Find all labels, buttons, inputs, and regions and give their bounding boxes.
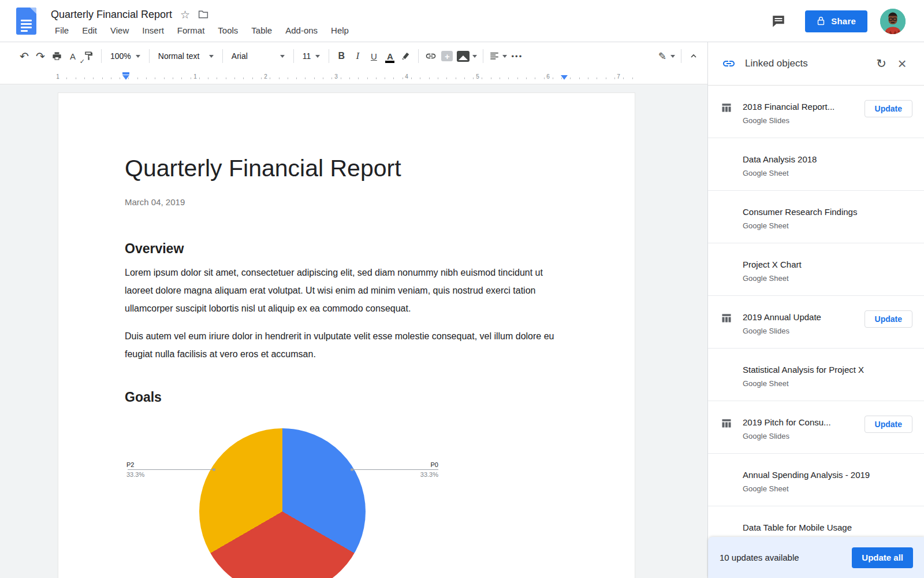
chevron-down-icon [280, 55, 285, 58]
account-avatar[interactable] [880, 9, 906, 34]
pie-callout-line-left [128, 469, 215, 470]
linked-object-title: 2019 Annual Update [743, 312, 821, 323]
updates-available-status: 10 updates available [720, 553, 852, 562]
doc-heading-title[interactable]: Quarterly Financial Report [125, 153, 568, 183]
linked-object-row[interactable]: Data Analysis 2018 Google Sheet [708, 138, 924, 191]
menu-item[interactable]: View [106, 24, 133, 36]
menu-bar: File Edit View Insert Format Tools Table… [51, 24, 353, 36]
first-line-indent-marker[interactable] [122, 72, 129, 75]
insert-link-button[interactable] [423, 48, 439, 64]
ruler-number: 4 [405, 73, 408, 80]
linked-object-type: Google Sheet [743, 221, 789, 231]
linked-object-title: Data Analysis 2018 [743, 154, 817, 165]
redo-button[interactable]: ↷ [32, 48, 49, 64]
refresh-icon[interactable]: ↻ [871, 53, 892, 74]
sheet-pie-icon [721, 523, 732, 534]
google-docs-logo-icon[interactable] [16, 8, 36, 35]
menu-item[interactable]: Edit [78, 24, 101, 36]
linked-objects-list: 2018 Financial Report... Google Slides U… [708, 86, 924, 559]
print-button[interactable] [49, 48, 65, 64]
ruler-number: 2 [264, 73, 267, 80]
align-button[interactable] [487, 48, 509, 64]
link-icon [722, 57, 736, 71]
current-color-swatch [385, 61, 394, 63]
bold-button[interactable]: B [333, 48, 349, 64]
doc-heading-overview[interactable]: Overview [125, 240, 568, 257]
share-button[interactable]: Share [805, 10, 867, 32]
text-color-button[interactable]: A [382, 48, 398, 64]
highlight-color-button[interactable] [398, 48, 414, 64]
zoom-value: 100% [110, 51, 131, 61]
font-select[interactable]: Arial [227, 48, 289, 64]
update-button[interactable]: Update [865, 416, 912, 433]
linked-object-row[interactable]: Consumer Research Findings Google Sheet [708, 191, 924, 243]
menu-item[interactable]: Add-ons [281, 24, 322, 36]
linked-object-type: Google Slides [743, 116, 789, 125]
font-size-select[interactable]: 11 [298, 48, 325, 64]
top-bar: Quarterly Financial Report ☆ File Edit V… [0, 0, 924, 42]
zoom-select[interactable]: 100% [106, 48, 145, 64]
undo-button[interactable]: ↶ [16, 48, 32, 64]
linked-object-row[interactable]: Annual Spending Analysis - 2019 Google S… [708, 454, 924, 506]
star-icon[interactable]: ☆ [180, 9, 190, 20]
left-indent-marker[interactable] [122, 75, 129, 80]
move-folder-icon[interactable] [198, 10, 208, 19]
pie-label-p2: P2 [126, 461, 134, 468]
menu-item[interactable]: Insert [138, 24, 168, 36]
linked-object-row[interactable]: 2018 Financial Report... Google Slides U… [708, 86, 924, 138]
chevron-down-icon [209, 55, 214, 58]
underline-button[interactable]: U [366, 48, 382, 64]
document-page[interactable]: Quarterly Financial Report March 04, 201… [58, 92, 635, 578]
sheet-pie-icon [721, 365, 732, 376]
menu-item[interactable]: Help [327, 24, 353, 36]
ruler-number: 7 [617, 73, 620, 80]
pie-chart[interactable] [199, 428, 366, 578]
horizontal-ruler[interactable]: 1 1 2 3 4 5 6 7 [0, 70, 707, 84]
add-comment-button[interactable]: + [439, 48, 455, 64]
right-indent-marker[interactable] [561, 75, 568, 80]
update-button[interactable]: Update [865, 310, 912, 328]
linked-object-row[interactable]: 2019 Pitch for Consu... Google Slides Up… [708, 401, 924, 454]
lock-icon [817, 16, 825, 26]
font-value: Arial [232, 51, 275, 61]
sheet-pie-icon [721, 154, 732, 166]
doc-paragraph[interactable]: Lorem ipsum dolor sit amet, consectetuer… [125, 264, 568, 317]
linked-object-title: Annual Spending Analysis - 2019 [743, 469, 870, 481]
open-comments-icon[interactable] [767, 10, 790, 33]
italic-button[interactable]: I [349, 48, 366, 64]
pie-callout-line-right [351, 469, 438, 470]
close-icon[interactable]: × [892, 53, 912, 74]
doc-date[interactable]: March 04, 2019 [125, 197, 568, 208]
linked-object-type: Google Sheet [743, 484, 789, 494]
panel-title: Linked objects [745, 58, 871, 69]
chevron-down-icon [472, 55, 477, 58]
menu-item[interactable]: Table [247, 24, 276, 36]
linked-object-type: Google Slides [743, 431, 789, 441]
menu-item[interactable]: File [51, 24, 73, 36]
linked-object-type: Google Slides [743, 326, 789, 336]
linked-object-row[interactable]: 2019 Annual Update Google Slides Update [708, 296, 924, 349]
spellcheck-button[interactable]: A✓ [65, 48, 81, 64]
update-all-button[interactable]: Update all [852, 547, 913, 568]
update-button[interactable]: Update [865, 100, 912, 117]
collapse-toolbar-icon[interactable] [685, 48, 702, 64]
sheet-pie-icon [721, 260, 732, 271]
linked-object-row[interactable]: Statistical Analysis for Project X Googl… [708, 349, 924, 401]
menu-item[interactable]: Tools [214, 24, 242, 36]
doc-heading-goals[interactable]: Goals [125, 389, 568, 405]
linked-object-row[interactable]: Project X Chart Google Sheet [708, 243, 924, 296]
document-title[interactable]: Quarterly Financial Report [51, 9, 172, 21]
paragraph-style-select[interactable]: Normal text [154, 48, 218, 64]
chevron-down-icon [136, 55, 140, 58]
more-toolbar-options-button[interactable]: ••• [509, 48, 525, 64]
slides-table-icon [721, 417, 732, 429]
chevron-down-icon [670, 55, 675, 58]
linked-object-type: Google Sheet [743, 379, 789, 388]
menu-item[interactable]: Format [173, 24, 209, 36]
updates-footer: 10 updates available Update all [708, 537, 924, 578]
linked-object-title: 2018 Financial Report... [743, 101, 834, 113]
doc-paragraph[interactable]: Duis autem vel eum iriure dolor in hendr… [125, 327, 568, 363]
insert-image-button[interactable] [455, 48, 479, 64]
editing-mode-button[interactable]: ✎ [657, 48, 677, 64]
linked-object-title: 2019 Pitch for Consu... [743, 417, 831, 428]
